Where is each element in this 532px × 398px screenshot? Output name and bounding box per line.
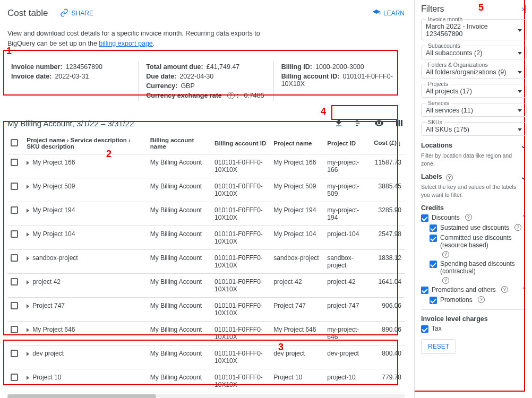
- link-icon: [60, 8, 68, 19]
- help-icon[interactable]: ?: [465, 214, 472, 221]
- table-row[interactable]: My Project 194My Billing Account010101-F…: [7, 202, 405, 226]
- share-button[interactable]: SHARE: [60, 8, 93, 19]
- expand-icon[interactable]: [27, 352, 29, 356]
- row-checkbox[interactable]: [11, 159, 18, 166]
- row-project-name: Project 747: [270, 298, 324, 322]
- projects-select[interactable]: Projects All projects (17): [421, 84, 527, 98]
- row-checkbox[interactable]: [11, 254, 18, 262]
- select-all-checkbox[interactable]: [11, 139, 18, 146]
- row-cost: 2547.98: [367, 226, 405, 250]
- row-checkbox[interactable]: [11, 302, 18, 309]
- learn-button[interactable]: LEARN: [372, 8, 405, 19]
- exchange-rate: 0.7485: [244, 92, 264, 99]
- table-row[interactable]: Project 10My Billing Account010101-F0FFF…: [7, 369, 405, 393]
- expand-icon[interactable]: [27, 376, 29, 380]
- row-cost: 800.40: [367, 345, 405, 369]
- row-billing-account-name: My Billing Account: [147, 274, 211, 298]
- row-checkbox[interactable]: [11, 350, 18, 357]
- spending-based-checkbox[interactable]: Spending based discounts (contractual): [430, 260, 527, 275]
- help-icon[interactable]: ?: [442, 251, 449, 258]
- annotation-3: 3: [278, 342, 284, 353]
- row-billing-account-id: 010101-F0FFF0-10X10X: [211, 226, 270, 250]
- table-row[interactable]: My Project 509My Billing Account010101-F…: [7, 178, 405, 202]
- row-cost: 779.78: [367, 369, 405, 393]
- row-checkbox[interactable]: [11, 278, 18, 285]
- expand-icon[interactable]: [27, 161, 29, 165]
- expand-icon[interactable]: [27, 232, 29, 237]
- download-icon[interactable]: [333, 118, 344, 128]
- table-row[interactable]: My Project 166My Billing Account010101-F…: [7, 154, 405, 178]
- expand-icon[interactable]: [27, 185, 29, 189]
- row-checkbox[interactable]: [11, 326, 18, 333]
- row-project-name: My Project 104: [270, 226, 324, 250]
- committed-use-checkbox[interactable]: Committed use discounts (resource based): [430, 234, 527, 249]
- row-billing-account-id: 010101-F0FFF0-10X10X: [211, 369, 270, 393]
- billing-export-link[interactable]: billing export page: [99, 40, 152, 47]
- row-project-id: sandbox-project: [324, 250, 367, 274]
- table-row[interactable]: My Project 646My Billing Account010101-F…: [7, 322, 405, 345]
- table-row[interactable]: My Project 104My Billing Account010101-F…: [7, 226, 405, 250]
- skus-select[interactable]: SKUs All SKUs (175): [421, 122, 527, 136]
- row-checkbox[interactable]: [11, 206, 18, 214]
- row-billing-account-id: 010101-F0FFF0-10X10X: [211, 178, 270, 202]
- discounts-checkbox[interactable]: Discounts?⌃: [421, 214, 527, 222]
- help-icon[interactable]: ?: [446, 174, 453, 181]
- row-cost: 11587.73: [367, 154, 405, 178]
- expand-icon[interactable]: [27, 280, 29, 284]
- help-icon[interactable]: ?: [501, 286, 508, 293]
- row-billing-account-id: 010101-F0FFF0-10X10X: [211, 250, 270, 274]
- row-cost: 1838.12: [367, 250, 405, 274]
- chevron-up-icon: ⌃: [521, 286, 527, 293]
- col-project-name[interactable]: Project name: [270, 133, 324, 154]
- row-checkbox[interactable]: [11, 374, 18, 381]
- invoice-summary: Invoice number:1234567890 Invoice date:2…: [7, 58, 405, 108]
- labels-section[interactable]: Labels ?⌄: [421, 172, 527, 181]
- table-row[interactable]: Project 747My Billing Account010101-F0FF…: [7, 298, 405, 322]
- col-cost[interactable]: Cost (£)↓: [367, 133, 405, 154]
- expand-icon[interactable]: [27, 304, 29, 308]
- row-checkbox[interactable]: [11, 230, 18, 238]
- help-icon[interactable]: ?: [514, 224, 521, 231]
- filters-title: Filters: [421, 4, 444, 14]
- row-project-name: Project 10: [270, 369, 324, 393]
- table-row[interactable]: project 42My Billing Account010101-F0FFF…: [7, 274, 405, 298]
- promotions-checkbox[interactable]: Promotions?: [430, 296, 527, 304]
- help-icon[interactable]: ?: [478, 296, 485, 303]
- table-row[interactable]: sandbox-projectMy Billing Account010101-…: [7, 250, 405, 274]
- services-select[interactable]: Services All services (11): [421, 103, 527, 117]
- expand-icon[interactable]: [27, 209, 29, 213]
- currency: GBP: [181, 82, 194, 90]
- columns-icon[interactable]: [394, 118, 405, 128]
- expand-icon[interactable]: [27, 328, 29, 332]
- row-project-id: project-42: [324, 274, 367, 298]
- help-icon[interactable]: ?: [227, 92, 235, 99]
- col-billing-account-name[interactable]: Billing account name: [147, 133, 211, 154]
- collapse-panel-icon[interactable]: ›|: [522, 4, 527, 14]
- sustained-use-checkbox[interactable]: Sustained use discounts?: [430, 224, 527, 232]
- reset-button[interactable]: RESET: [421, 339, 456, 354]
- collapse-rows-icon[interactable]: [354, 118, 364, 128]
- folders-select[interactable]: Folders & Organizations All folders/orga…: [421, 65, 527, 79]
- row-billing-account-name: My Billing Account: [147, 178, 211, 202]
- chevron-down-icon: [518, 109, 522, 112]
- annotation-5: 5: [478, 2, 484, 13]
- expand-icon[interactable]: [27, 256, 29, 261]
- horizontal-scrollbar[interactable]: [7, 394, 405, 398]
- row-project-id: dev-project: [324, 345, 367, 369]
- row-checkbox[interactable]: [11, 183, 18, 190]
- visibility-icon[interactable]: [374, 118, 384, 128]
- col-project-id[interactable]: Project ID: [324, 133, 367, 154]
- col-billing-account-id[interactable]: Billing account ID: [211, 133, 270, 154]
- subaccounts-select[interactable]: Subaccounts All subaccounts (2): [421, 46, 527, 59]
- invoice-month-select[interactable]: Invoice month March 2022 - Invoice 12345…: [421, 19, 527, 40]
- help-icon[interactable]: ?: [442, 277, 449, 284]
- promotions-others-checkbox[interactable]: Promotions and others?⌃: [421, 286, 527, 294]
- cost-table: Project name › Service description › SKU…: [7, 133, 405, 393]
- row-project-id: project-104: [324, 226, 367, 250]
- page-title: Cost table: [7, 8, 48, 19]
- col-project-hierarchy[interactable]: Project name › Service description › SKU…: [23, 133, 147, 154]
- billing-id: 1000-2000-3000: [315, 63, 364, 71]
- tax-checkbox[interactable]: Tax: [421, 325, 527, 333]
- locations-section[interactable]: Locations⌄: [421, 141, 527, 150]
- table-row[interactable]: dev projectMy Billing Account010101-F0FF…: [7, 345, 405, 369]
